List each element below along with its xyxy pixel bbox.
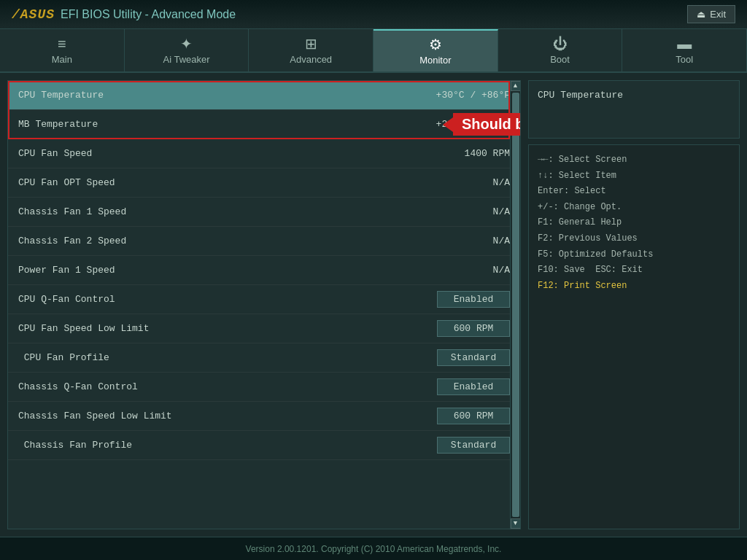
monitor-rows: CPU Temperature +30°C / +86°F MB Tempera…	[8, 81, 520, 460]
tab-tool[interactable]: ▬ Tool	[622, 29, 747, 71]
shortcut-f10: F10: Save ESC: Exit	[538, 262, 730, 279]
tab-main-label: Main	[52, 54, 72, 65]
tab-monitor-label: Monitor	[419, 55, 451, 66]
cpu-fan-opt-label: CPU Fan OPT Speed	[18, 177, 422, 188]
cpu-qfan-label: CPU Q-Fan Control	[18, 294, 437, 305]
shortcut-f1: F1: General Help	[538, 215, 730, 231]
row-chassis-qfan[interactable]: Chassis Q-Fan Control Enabled	[8, 373, 520, 402]
tab-advanced[interactable]: ⊞ Advanced	[249, 29, 374, 71]
chassis-fan-low-limit-value[interactable]: 600 RPM	[437, 408, 510, 424]
chassis-fan-profile-label: Chassis Fan Profile	[18, 440, 437, 451]
chassis-fan-1-value: N/A	[422, 206, 510, 217]
scroll-down-arrow[interactable]: ▼	[511, 518, 521, 529]
cpu-fan-opt-value: N/A	[422, 177, 510, 188]
cpu-fan-profile-value[interactable]: Standard	[437, 349, 510, 366]
info-box: CPU Temperature	[528, 80, 740, 139]
row-cpu-temperature[interactable]: CPU Temperature +30°C / +86°F	[8, 81, 520, 110]
boot-icon: ⏻	[553, 36, 568, 51]
cpu-temperature-value: +30°C / +86°F	[422, 90, 510, 101]
row-cpu-qfan[interactable]: CPU Q-Fan Control Enabled	[8, 285, 520, 314]
right-panel: CPU Temperature →←: Select Screen ↑↓: Se…	[528, 80, 740, 529]
cpu-fan-speed-value: 1400 RPM	[422, 148, 510, 159]
footer-text: Version 2.00.1201. Copyright (C) 2010 Am…	[246, 544, 502, 554]
row-chassis-fan-low-limit[interactable]: Chassis Fan Speed Low Limit 600 RPM	[8, 402, 520, 431]
footer: Version 2.00.1201. Copyright (C) 2010 Am…	[0, 537, 747, 560]
shortcut-enter: Enter: Select	[538, 184, 730, 200]
header-bar: /ASUS EFI BIOS Utility - Advanced Mode ⏏…	[0, 0, 747, 29]
cpu-temperature-label: CPU Temperature	[18, 90, 422, 101]
should-be-ok-callout: Should be OK	[453, 113, 521, 136]
shortcut-f5: F5: Optimized Defaults	[538, 247, 730, 263]
cpu-fan-low-limit-value[interactable]: 600 RPM	[437, 320, 510, 337]
tab-boot-label: Boot	[550, 54, 570, 65]
row-cpu-fan-speed[interactable]: CPU Fan Speed 1400 RPM	[8, 139, 520, 168]
header-title: EFI BIOS Utility - Advanced Mode	[61, 8, 236, 21]
row-chassis-fan-1[interactable]: Chassis Fan 1 Speed N/A	[8, 198, 520, 227]
exit-icon: ⏏	[697, 9, 705, 20]
row-chassis-fan-2[interactable]: Chassis Fan 2 Speed N/A	[8, 227, 520, 256]
ai-tweaker-icon: ✦	[180, 36, 193, 51]
shortcut-select-item: ↑↓: Select Item	[538, 168, 730, 184]
row-cpu-fan-profile[interactable]: CPU Fan Profile Standard	[8, 343, 520, 373]
chassis-fan-profile-value[interactable]: Standard	[437, 437, 510, 454]
nav-tabs: ≡ Main ✦ Ai Tweaker ⊞ Advanced ⚙ Monitor…	[0, 29, 747, 73]
chassis-fan-1-label: Chassis Fan 1 Speed	[18, 206, 422, 217]
chassis-fan-low-limit-label: Chassis Fan Speed Low Limit	[18, 411, 437, 421]
row-chassis-fan-profile[interactable]: Chassis Fan Profile Standard	[8, 431, 520, 460]
scrollbar[interactable]: ▲ ▼	[510, 81, 520, 529]
cpu-fan-profile-label: CPU Fan Profile	[18, 352, 437, 363]
row-cpu-fan-low-limit[interactable]: CPU Fan Speed Low Limit 600 RPM	[8, 314, 520, 343]
shortcut-f12: F12: Print Screen	[538, 279, 730, 295]
tab-ai-tweaker[interactable]: ✦ Ai Tweaker	[125, 29, 249, 71]
main-icon: ≡	[58, 36, 66, 51]
power-fan-1-value: N/A	[422, 265, 510, 276]
tab-advanced-label: Advanced	[290, 54, 332, 65]
chassis-qfan-label: Chassis Q-Fan Control	[18, 381, 437, 392]
header-left: /ASUS EFI BIOS Utility - Advanced Mode	[12, 7, 236, 22]
tab-boot[interactable]: ⏻ Boot	[498, 29, 623, 71]
scroll-thumb[interactable]	[512, 93, 519, 517]
exit-label: Exit	[710, 9, 726, 20]
info-title: CPU Temperature	[538, 90, 730, 101]
chassis-fan-2-value: N/A	[422, 236, 510, 246]
advanced-icon: ⊞	[305, 36, 317, 51]
asus-logo: /ASUS	[12, 7, 55, 22]
chassis-qfan-value[interactable]: Enabled	[437, 378, 510, 395]
shortcuts-box: →←: Select Screen ↑↓: Select Item Enter:…	[528, 144, 740, 529]
power-fan-1-label: Power Fan 1 Speed	[18, 265, 422, 276]
main-content: Should be OK CPU Temperature +30°C / +86…	[0, 73, 747, 537]
shortcut-f2: F2: Previous Values	[538, 231, 730, 247]
cpu-fan-low-limit-label: CPU Fan Speed Low Limit	[18, 323, 437, 334]
monitor-panel: Should be OK CPU Temperature +30°C / +86…	[7, 80, 521, 529]
tab-ai-tweaker-label: Ai Tweaker	[163, 54, 209, 65]
cpu-fan-speed-label: CPU Fan Speed	[18, 148, 422, 159]
cpu-qfan-value[interactable]: Enabled	[437, 291, 510, 308]
chassis-fan-2-label: Chassis Fan 2 Speed	[18, 236, 422, 246]
tab-monitor[interactable]: ⚙ Monitor	[374, 29, 498, 71]
row-power-fan-1[interactable]: Power Fan 1 Speed N/A	[8, 256, 520, 285]
tab-tool-label: Tool	[676, 54, 693, 65]
tab-main[interactable]: ≡ Main	[0, 29, 125, 71]
monitor-icon: ⚙	[429, 37, 442, 52]
shortcut-change-opt: +/-: Change Opt.	[538, 200, 730, 216]
shortcut-select-screen: →←: Select Screen	[538, 152, 730, 168]
mb-temperature-label: MB Temperature	[18, 119, 422, 130]
row-cpu-fan-opt-speed[interactable]: CPU Fan OPT Speed N/A	[8, 168, 520, 198]
exit-button[interactable]: ⏏ Exit	[687, 5, 735, 23]
tool-icon: ▬	[677, 36, 692, 51]
scroll-up-arrow[interactable]: ▲	[511, 81, 521, 91]
